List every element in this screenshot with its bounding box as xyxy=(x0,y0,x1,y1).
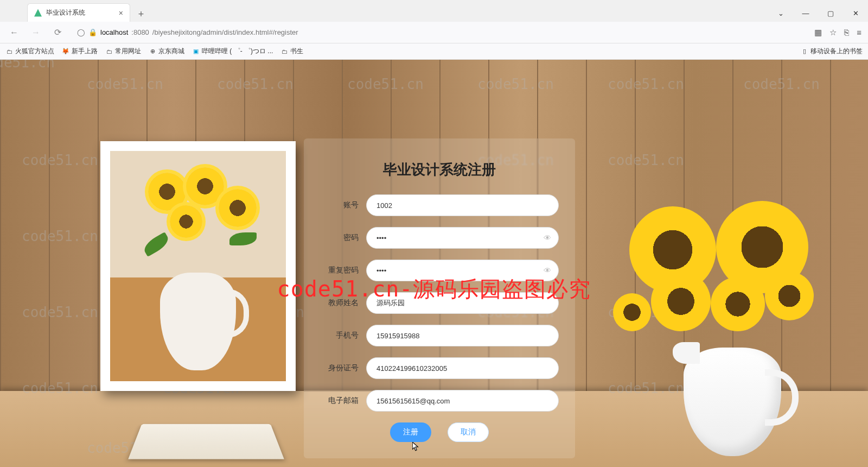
bookmark-common[interactable]: 🗀常用网址 xyxy=(105,47,141,56)
menu-icon[interactable]: ≡ xyxy=(857,28,861,37)
input-repeat-password[interactable] xyxy=(366,260,559,281)
firefox-icon: 🦊 xyxy=(62,48,69,55)
input-password[interactable] xyxy=(366,227,559,249)
input-teacher-name[interactable] xyxy=(366,292,559,314)
sunflower-icon xyxy=(651,272,711,331)
sunflower-icon xyxy=(711,277,765,331)
bookmark-bilibili[interactable]: ▣哔哩哔哩 ( ゜- ゜)つロ ... xyxy=(192,47,273,56)
sunflower-jug xyxy=(662,326,803,456)
url-path: /biyeshejixitong/admin/dist/index.html#/… xyxy=(152,28,298,36)
leaf-icon xyxy=(229,232,257,245)
framed-picture xyxy=(100,141,296,391)
bookmark-firefox[interactable]: 🗀火狐官方站点 xyxy=(5,47,54,56)
window-controls: ⌄ — ▢ ✕ xyxy=(768,4,868,22)
sunflower-icon xyxy=(765,272,814,320)
reload-button[interactable]: ⟳ xyxy=(50,25,65,40)
cursor-icon xyxy=(412,442,420,452)
window-minimize-icon[interactable]: — xyxy=(793,4,818,22)
painting xyxy=(110,151,286,381)
label-idcard: 身份证号 xyxy=(320,363,366,373)
mobile-icon: ▯ xyxy=(801,48,808,55)
url-port: :8080 xyxy=(131,28,149,36)
browser-titlebar: 毕业设计系统 × + ⌄ — ▢ ✕ xyxy=(0,0,868,22)
bookmark-star-icon[interactable]: ☆ xyxy=(829,28,837,37)
sunflower-icon xyxy=(170,205,202,238)
folder-icon: 🗀 xyxy=(105,48,113,55)
open-book xyxy=(128,424,284,459)
new-tab-button[interactable]: + xyxy=(133,7,149,22)
bookmark-shusheng[interactable]: 🗀书生 xyxy=(280,47,303,56)
eye-icon[interactable]: 👁 xyxy=(544,234,551,242)
jug-body xyxy=(684,348,781,456)
globe-icon: ⊕ xyxy=(149,48,156,55)
input-email[interactable] xyxy=(366,390,559,412)
extensions-icon[interactable]: ⎘ xyxy=(844,28,849,37)
input-phone[interactable] xyxy=(366,325,559,346)
vue-favicon-icon xyxy=(34,9,42,17)
bookmark-newbie[interactable]: 🦊新手上路 xyxy=(62,47,98,56)
register-panel: 毕业设计系统注册 账号 密码 👁 重复密码 👁 教师姓名 手机号 身份证号 电子… xyxy=(304,138,575,458)
label-email: 电子邮箱 xyxy=(320,396,366,406)
tab-title: 毕业设计系统 xyxy=(46,8,114,17)
input-account[interactable] xyxy=(366,194,559,216)
label-password: 密码 xyxy=(320,233,366,243)
bookmark-mobile[interactable]: ▯移动设备上的书签 xyxy=(801,47,863,56)
vase-shape xyxy=(160,273,236,370)
window-close-icon[interactable]: ✕ xyxy=(843,4,868,22)
leaf-icon xyxy=(141,232,171,257)
shield-icon: ◯ xyxy=(77,28,85,36)
sunflower-icon xyxy=(186,167,224,205)
tab-close-icon[interactable]: × xyxy=(119,9,123,17)
forward-button[interactable]: → xyxy=(28,25,43,40)
address-bar: ← → ⟳ ◯ 🔒 localhost:8080/biyeshejixitong… xyxy=(0,22,868,43)
bilibili-icon: ▣ xyxy=(192,48,200,55)
page-content: code51.cn code51.cn code51.cn code51.cn … xyxy=(0,60,868,467)
bookmark-jd[interactable]: ⊕京东商城 xyxy=(149,47,184,56)
sunflower-icon xyxy=(613,293,651,331)
input-idcard[interactable] xyxy=(366,357,559,379)
window-dropdown-icon[interactable]: ⌄ xyxy=(768,4,793,22)
browser-tab[interactable]: 毕业设计系统 × xyxy=(27,3,130,22)
window-maximize-icon[interactable]: ▢ xyxy=(818,4,843,22)
qr-icon[interactable]: ▦ xyxy=(814,28,822,37)
label-phone: 手机号 xyxy=(320,331,366,340)
url-box[interactable]: ◯ 🔒 localhost:8080/biyeshejixitong/admin… xyxy=(72,24,808,41)
folder-icon: 🗀 xyxy=(5,48,13,55)
cancel-button[interactable]: 取消 xyxy=(448,422,489,442)
sunflower-icon xyxy=(148,173,186,211)
register-button[interactable]: 注册 xyxy=(390,422,431,442)
eye-icon[interactable]: 👁 xyxy=(544,266,551,275)
url-host: localhost xyxy=(100,28,128,36)
label-name: 教师姓名 xyxy=(320,298,366,308)
label-account: 账号 xyxy=(320,200,366,210)
folder-icon: 🗀 xyxy=(280,48,288,55)
label-repeat: 重复密码 xyxy=(320,266,366,275)
sunflower-icon xyxy=(219,189,257,227)
lock-icon: 🔒 xyxy=(88,28,97,36)
bookmarks-bar: 🗀火狐官方站点 🦊新手上路 🗀常用网址 ⊕京东商城 ▣哔哩哔哩 ( ゜- ゜)つ… xyxy=(0,43,868,60)
back-button[interactable]: ← xyxy=(7,25,22,40)
form-title: 毕业设计系统注册 xyxy=(320,160,559,179)
